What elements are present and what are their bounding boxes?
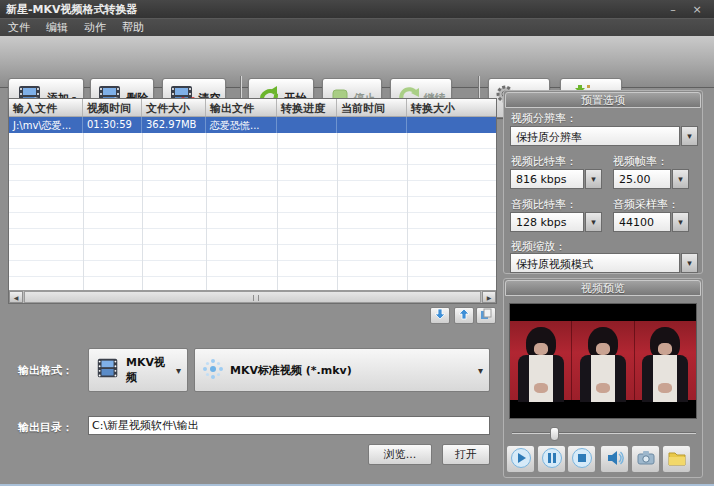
cell-progress bbox=[277, 117, 337, 133]
chevron-down-icon[interactable]: ▾ bbox=[672, 169, 689, 189]
audio-bitrate-dropdown[interactable]: 128 kbps ▾ bbox=[510, 212, 602, 232]
chevron-down-icon: ▾ bbox=[176, 365, 181, 376]
camera-icon bbox=[635, 447, 657, 472]
cell-input: J:\mv\恋爱... bbox=[9, 117, 83, 133]
sample-rate-value: 44100 bbox=[613, 212, 671, 232]
browse-button[interactable]: 浏览... bbox=[368, 444, 432, 465]
cell-converted-size bbox=[407, 117, 496, 133]
audio-bitrate-label: 音频比特率： bbox=[511, 197, 577, 212]
file-list-empty-area bbox=[9, 133, 496, 290]
chevron-down-icon[interactable]: ▾ bbox=[585, 212, 602, 232]
profile-value: MKV标准视频 (*.mkv) bbox=[230, 363, 352, 378]
video-bitrate-dropdown[interactable]: 816 kbps ▾ bbox=[510, 169, 602, 189]
chevron-down-icon[interactable]: ▾ bbox=[672, 212, 689, 232]
window-title: 新星-MKV视频格式转换器 bbox=[0, 2, 138, 17]
menu-edit[interactable]: 编辑 bbox=[46, 20, 68, 35]
resolution-label: 视频分辨率： bbox=[511, 111, 577, 126]
output-dir-input[interactable] bbox=[88, 416, 490, 435]
output-dir-label: 输出目录： bbox=[18, 420, 73, 435]
cell-output: 恋爱恐慌... bbox=[206, 117, 277, 133]
resolution-value: 保持原分辨率 bbox=[510, 126, 680, 146]
col-input-file[interactable]: 输入文件 bbox=[9, 99, 83, 116]
arrow-down-icon bbox=[434, 308, 446, 323]
video-frame-content bbox=[510, 321, 696, 400]
profile-dropdown[interactable]: MKV标准视频 (*.mkv) ▾ bbox=[194, 348, 490, 392]
video-bitrate-value: 816 kbps bbox=[510, 169, 584, 189]
snapshot-button[interactable] bbox=[631, 445, 660, 473]
pause-button[interactable] bbox=[537, 445, 566, 473]
volume-button[interactable] bbox=[600, 445, 629, 473]
sample-rate-label: 音频采样率： bbox=[613, 197, 679, 212]
col-current-time[interactable]: 当前时间 bbox=[337, 99, 407, 116]
stop-playback-icon bbox=[571, 447, 593, 472]
framerate-dropdown[interactable]: 25.00 ▾ bbox=[613, 169, 689, 189]
move-down-button[interactable] bbox=[430, 307, 450, 324]
col-file-size[interactable]: 文件大小 bbox=[142, 99, 206, 116]
audio-bitrate-value: 128 kbps bbox=[510, 212, 584, 232]
sample-rate-dropdown[interactable]: 44100 ▾ bbox=[613, 212, 689, 232]
app-window: 新星-MKV视频格式转换器 – × 文件 编辑 动作 帮助 添加 ▾ 删除 bbox=[0, 0, 714, 486]
cell-size: 362.97MB bbox=[142, 117, 206, 133]
framerate-label: 视频帧率： bbox=[613, 154, 668, 169]
cell-duration: 01:30:59 bbox=[83, 117, 142, 133]
open-button[interactable]: 打开 bbox=[442, 444, 490, 465]
file-list-header: 输入文件 视频时间 文件大小 输出文件 转换进度 当前时间 转换大小 bbox=[9, 99, 496, 117]
film-icon bbox=[95, 356, 121, 385]
scale-dropdown[interactable]: 保持原视频模式 ▾ bbox=[510, 253, 698, 273]
table-row-selected[interactable]: J:\mv\恋爱... 01:30:59 362.97MB 恋爱恐慌... bbox=[9, 117, 496, 133]
col-output-file[interactable]: 输出文件 bbox=[206, 99, 277, 116]
scrollbar-thumb[interactable] bbox=[24, 291, 481, 303]
stop-playback-button[interactable] bbox=[567, 445, 596, 473]
video-bitrate-label: 视频比特率： bbox=[511, 154, 577, 169]
slider-thumb[interactable] bbox=[550, 427, 559, 441]
chevron-down-icon[interactable]: ▾ bbox=[585, 169, 602, 189]
mkv-profile-icon bbox=[201, 357, 225, 384]
close-button[interactable]: × bbox=[690, 3, 704, 16]
move-top-button[interactable] bbox=[476, 307, 496, 324]
cell-current-time bbox=[337, 117, 407, 133]
chevron-down-icon[interactable]: ▾ bbox=[681, 253, 698, 273]
open-folder-button[interactable] bbox=[662, 445, 691, 473]
menubar: 文件 编辑 动作 帮助 bbox=[0, 18, 714, 36]
speaker-icon bbox=[604, 447, 626, 472]
scale-value: 保持原视频模式 bbox=[510, 253, 680, 273]
preview-panel-header: 视频预览 bbox=[505, 280, 701, 296]
arrow-up-icon bbox=[458, 308, 470, 323]
scale-label: 视频缩放： bbox=[511, 239, 566, 254]
preset-panel-header: 预置选项 bbox=[505, 92, 701, 108]
col-progress[interactable]: 转换进度 bbox=[277, 99, 337, 116]
menu-file[interactable]: 文件 bbox=[8, 20, 30, 35]
play-icon bbox=[510, 447, 532, 472]
format-dropdown[interactable]: MKV视频 ▾ bbox=[88, 348, 188, 392]
chevron-down-icon[interactable]: ▾ bbox=[681, 126, 698, 146]
move-up-button[interactable] bbox=[454, 307, 474, 324]
pause-icon bbox=[541, 447, 563, 472]
minimize-button[interactable]: – bbox=[666, 3, 680, 16]
toolbar: 添加 ▾ 删除 清空 开始 停止 bbox=[0, 36, 714, 88]
file-list: 输入文件 视频时间 文件大小 输出文件 转换进度 当前时间 转换大小 J:\mv… bbox=[8, 98, 497, 304]
play-button[interactable] bbox=[506, 445, 535, 473]
pages-icon bbox=[480, 308, 492, 323]
col-duration[interactable]: 视频时间 bbox=[83, 99, 142, 116]
preview-panel: 视频预览 bbox=[503, 278, 703, 478]
folder-icon bbox=[666, 447, 688, 472]
video-preview-frame bbox=[509, 303, 697, 419]
resolution-dropdown[interactable]: 保持原分辨率 ▾ bbox=[510, 126, 698, 146]
scroll-right-icon[interactable]: ▶ bbox=[482, 291, 496, 303]
titlebar: 新星-MKV视频格式转换器 – × bbox=[0, 0, 714, 18]
menu-action[interactable]: 动作 bbox=[84, 20, 106, 35]
slider-track bbox=[512, 432, 696, 434]
scroll-left-icon[interactable]: ◀ bbox=[9, 291, 23, 303]
output-format-label: 输出格式： bbox=[18, 363, 73, 378]
preset-panel: 预置选项 视频分辨率： 保持原分辨率 ▾ 视频比特率： 视频帧率： 816 kb… bbox=[503, 90, 703, 274]
seek-slider[interactable] bbox=[512, 427, 696, 439]
horizontal-scrollbar[interactable]: ◀ ▶ bbox=[9, 290, 496, 303]
menu-help[interactable]: 帮助 bbox=[122, 20, 144, 35]
format-value: MKV视频 bbox=[126, 355, 171, 385]
framerate-value: 25.00 bbox=[613, 169, 671, 189]
col-converted-size[interactable]: 转换大小 bbox=[407, 99, 496, 116]
chevron-down-icon: ▾ bbox=[478, 365, 483, 376]
